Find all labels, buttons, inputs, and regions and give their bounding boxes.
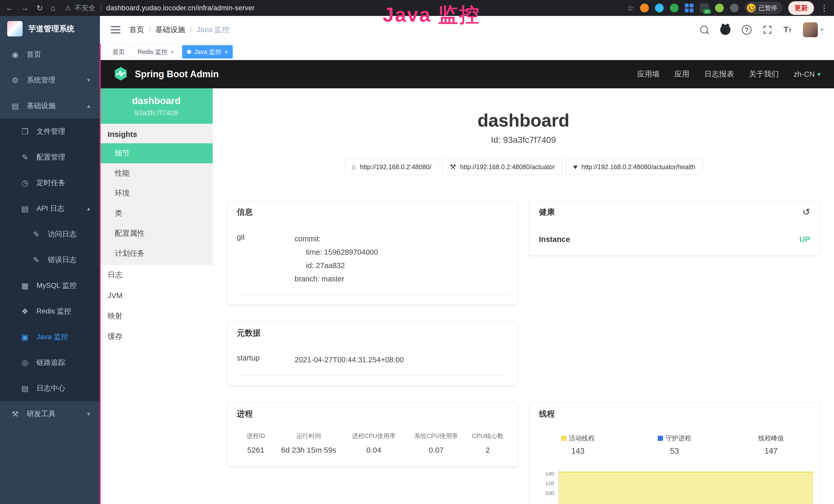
sba-nav-journal[interactable]: 日志报表 bbox=[704, 69, 734, 79]
sba-item-classes[interactable]: 类 bbox=[100, 203, 213, 223]
font-size-icon[interactable]: TT bbox=[784, 25, 792, 35]
breadcrumb-separator: / bbox=[190, 25, 192, 34]
sidebar-item-file-mgmt[interactable]: ❐ 文件管理 bbox=[0, 119, 100, 144]
sidebar-item-label: 研发工具 bbox=[27, 409, 81, 419]
tab-java-monitor[interactable]: Java 监控 × bbox=[182, 45, 233, 59]
threads-card: 线程 活动线程 143 bbox=[529, 402, 820, 504]
app-logo-row: 芋道管理系统 bbox=[0, 16, 100, 42]
sba-item-caches[interactable]: 缓存 bbox=[100, 326, 213, 347]
history-icon[interactable]: ↺ bbox=[803, 207, 810, 217]
sba-item-scheduled-tasks[interactable]: 计划任务 bbox=[100, 244, 213, 264]
back-icon[interactable]: ← bbox=[6, 4, 13, 12]
url-text[interactable]: dashboard.yudao.iocoder.cn/infra/admin-s… bbox=[106, 4, 255, 12]
legend-swatch-blue bbox=[658, 436, 663, 441]
sidebar-item-label: MySQL 监控 bbox=[37, 281, 90, 290]
chevron-up-icon: ▴ bbox=[87, 205, 90, 212]
extension-icon-leaf[interactable] bbox=[715, 4, 724, 12]
sidebar-item-dev-tools[interactable]: ⚒ 研发工具 ▾ bbox=[0, 401, 100, 427]
sba-nav-about[interactable]: 关于我们 bbox=[749, 69, 779, 79]
sidebar-item-api-log[interactable]: ▤ API 日志 ▴ bbox=[0, 196, 100, 221]
sidebar-item-config-mgmt[interactable]: ✎ 配置管理 bbox=[0, 144, 100, 170]
cell-system-cpu: 0.07 bbox=[405, 443, 467, 462]
sidebar-item-infra[interactable]: ▤ 基础设施 ▴ bbox=[0, 93, 100, 119]
sidebar-item-access-log[interactable]: ✎ 访问日志 bbox=[0, 221, 100, 247]
sidebar-fold-icon[interactable] bbox=[111, 26, 120, 33]
sidebar-item-label: API 日志 bbox=[37, 204, 81, 213]
locale-selector[interactable]: zh-CN ▾ bbox=[794, 70, 821, 78]
process-table: 进程ID 运行时间 进程CPU使用率 系统CPU使用率 CPU核心数 5261 … bbox=[237, 427, 508, 462]
profile-chip[interactable]: 已暂停 bbox=[745, 2, 782, 14]
sba-item-config-props[interactable]: 配置属性 bbox=[100, 223, 213, 244]
tab-label: Redis 监控 bbox=[138, 48, 168, 56]
breadcrumb-infra[interactable]: 基础设施 bbox=[155, 25, 185, 35]
health-instance-row[interactable]: Instance UP bbox=[530, 223, 819, 255]
update-button[interactable]: 更新 bbox=[788, 1, 814, 15]
sidebar-item-redis-monitor[interactable]: ❖ Redis 监控 bbox=[0, 298, 100, 324]
tab-redis-monitor[interactable]: Redis 监控 × bbox=[133, 45, 179, 59]
bookmark-star-icon[interactable]: ☆ bbox=[627, 4, 634, 13]
sba-nav-applications[interactable]: 应用 bbox=[675, 69, 689, 79]
help-icon[interactable]: ? bbox=[742, 25, 751, 35]
file-icon: ❐ bbox=[20, 127, 30, 136]
info-card-header: 信息 bbox=[227, 201, 517, 223]
browser-menu-icon[interactable]: ⋮ bbox=[820, 3, 828, 13]
sidebar-item-tracing[interactable]: ◎ 链路追踪 bbox=[0, 350, 100, 375]
sidebar-item-java-monitor[interactable]: ▣ Java 监控 bbox=[0, 324, 100, 350]
extension-icon-green[interactable] bbox=[670, 4, 679, 12]
breadcrumb: 首页 / 基础设施 / Java 监控 bbox=[129, 25, 229, 35]
address-bar[interactable]: ⚠ 不安全 dashboard.yudao.iocoder.cn/infra/a… bbox=[65, 3, 255, 13]
tab-home[interactable]: 首页 bbox=[108, 45, 130, 59]
close-icon[interactable]: × bbox=[224, 48, 228, 55]
sidebar-item-error-log[interactable]: ✎ 错误日志 bbox=[0, 247, 100, 273]
sidebar-item-log-center[interactable]: ▤ 日志中心 bbox=[0, 375, 100, 401]
legend-label: 活动线程 bbox=[569, 434, 595, 442]
column-header: 进程CPU使用率 bbox=[343, 427, 405, 443]
sidebar-item-mysql-monitor[interactable]: ▦ MySQL 监控 bbox=[0, 273, 100, 298]
sidebar-item-label: Java 监控 bbox=[37, 332, 90, 342]
fullscreen-icon[interactable] bbox=[763, 25, 772, 35]
breadcrumb-home[interactable]: 首页 bbox=[129, 25, 144, 35]
search-icon[interactable] bbox=[700, 25, 709, 35]
sidebar-item-system[interactable]: ⚙ 系统管理 ▾ bbox=[0, 67, 100, 93]
header-actions: ? TT ▾ bbox=[700, 22, 823, 37]
tools-icon: ⚒ bbox=[10, 410, 21, 418]
sidebar-item-label: 系统管理 bbox=[27, 75, 81, 85]
locale-label: zh-CN bbox=[794, 70, 815, 78]
card-title: 健康 bbox=[539, 207, 555, 217]
sba-item-environment[interactable]: 环境 bbox=[100, 183, 213, 203]
extension-icon-grid[interactable] bbox=[685, 4, 694, 12]
page-title: dashboard bbox=[213, 110, 834, 131]
user-menu[interactable]: ▾ bbox=[803, 22, 823, 37]
github-icon[interactable] bbox=[720, 25, 730, 35]
sidebar-item-scheduled-jobs[interactable]: ◷ 定时任务 bbox=[0, 170, 100, 196]
extension-icon-drop[interactable] bbox=[655, 4, 664, 12]
sba-item-logs[interactable]: 日志 bbox=[100, 265, 213, 285]
extension-icon-puzzle[interactable] bbox=[730, 4, 739, 12]
actuator-url-link[interactable]: ⚒ http://192.168.0.2:48080/actuator bbox=[442, 159, 562, 175]
extension-icon-orange[interactable] bbox=[640, 4, 649, 12]
sba-sidebar: dashboard 93a3fc7f7409 Insights 细节 性能 环境… bbox=[100, 88, 213, 504]
sba-nav-wallboard[interactable]: 应用墙 bbox=[637, 69, 660, 79]
sba-item-details[interactable]: 细节 bbox=[100, 143, 213, 163]
health-url-link[interactable]: ♥ http://192.168.0.2:48080/actuator/heal… bbox=[566, 159, 703, 175]
sba-item-jvm[interactable]: JVM bbox=[100, 285, 213, 306]
metadata-key: startup bbox=[237, 353, 294, 366]
sba-item-metrics[interactable]: 性能 bbox=[100, 163, 213, 183]
info-card: 信息 git commit: time: 1596289704000 id: 2… bbox=[227, 201, 518, 304]
insights-group: Insights 细节 性能 环境 类 配置属性 计划任务 bbox=[100, 124, 213, 265]
info-value: commit: time: 1596289704000 id: 27aa832 … bbox=[294, 232, 508, 285]
sidebar-item-label: 定时任务 bbox=[37, 178, 90, 188]
home-icon[interactable]: ⌂ bbox=[50, 4, 55, 12]
chevron-down-icon: ▾ bbox=[87, 410, 90, 417]
sba-item-mappings[interactable]: 映射 bbox=[100, 306, 213, 326]
forward-icon[interactable]: → bbox=[21, 4, 29, 12]
extension-icon-on-badge[interactable]: on bbox=[700, 3, 709, 13]
service-url-link[interactable]: ⌂ http://192.168.0.2:48080/ bbox=[344, 159, 439, 175]
sidebar-item-home[interactable]: ◉ 首页 bbox=[0, 42, 100, 67]
close-icon[interactable]: × bbox=[171, 48, 174, 55]
reload-icon[interactable]: ↻ bbox=[37, 4, 43, 13]
spring-boot-admin-logo[interactable] bbox=[113, 66, 128, 82]
legend-swatch-yellow bbox=[561, 436, 566, 441]
sba-brand-title: Spring Boot Admin bbox=[135, 69, 219, 79]
legend-label: 线程峰值 bbox=[758, 434, 784, 442]
